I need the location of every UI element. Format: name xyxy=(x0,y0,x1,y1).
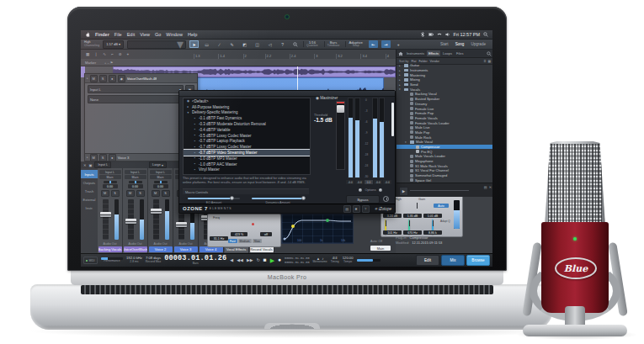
loop-icon[interactable]: ↻ xyxy=(257,258,260,262)
monitor-icon[interactable]: ◆ xyxy=(118,75,125,82)
auto-mode-label[interactable]: Auto: Off xyxy=(370,240,382,243)
menu-go[interactable]: Go xyxy=(155,32,161,37)
quantize-setting[interactable]: 1/16 Quantize xyxy=(303,41,321,48)
time-counter[interactable]: 00003.01.01.26 Bars xyxy=(164,255,226,267)
browse-view-button[interactable]: Browse xyxy=(466,255,490,266)
output-assign-chip[interactable]: Main xyxy=(370,246,391,251)
menu-finder[interactable]: Finder xyxy=(95,32,109,37)
channel-name-tag[interactable]: Vocal Effects xyxy=(225,246,248,252)
battery-icon[interactable] xyxy=(428,32,434,37)
options-row[interactable]: Options xyxy=(348,188,393,192)
bank-external[interactable]: External xyxy=(81,195,98,204)
browser-tab-instruments[interactable]: Instruments xyxy=(405,50,426,56)
volume-icon[interactable] xyxy=(445,32,450,37)
snap-setting[interactable]: Adaptive Snap xyxy=(345,41,365,48)
mute-button[interactable]: M xyxy=(152,190,160,197)
preset-row[interactable]: ▪-0.7 dBTP Laptop Playback xyxy=(184,139,310,145)
track-input-select[interactable]: Input L▾ xyxy=(88,85,184,93)
range-tool-icon[interactable]: ▭ xyxy=(202,40,211,48)
master-volume-slider[interactable] xyxy=(357,259,381,262)
curve-icon[interactable]: ⌐ xyxy=(111,52,114,56)
menu-edit[interactable]: Edit xyxy=(127,32,135,37)
channel-name-tag[interactable]: Record Vocals xyxy=(250,246,274,252)
preset-row[interactable]: ▪-1.0 dBTP MP3 Master xyxy=(184,156,310,161)
record-button[interactable]: ● xyxy=(278,257,281,263)
fast-forward-icon[interactable]: ▶▶ xyxy=(247,258,253,262)
console-input-chip[interactable]: Input L xyxy=(94,161,111,168)
pan-control[interactable] xyxy=(129,181,142,183)
sort-option-vendor[interactable]: Vendor xyxy=(430,60,439,63)
menu-help[interactable]: Help xyxy=(188,32,197,37)
autoscroll-right-icon[interactable]: ⇥ xyxy=(381,40,391,48)
solo-button[interactable]: S xyxy=(136,190,145,197)
close-icon[interactable]: ✕ xyxy=(489,185,492,189)
cursor-icon[interactable]: ❘ xyxy=(94,52,98,56)
mute-tool-icon[interactable]: ◫ xyxy=(253,40,262,48)
rewind-icon[interactable]: ◀ xyxy=(230,258,233,262)
zoom-tool-icon[interactable] xyxy=(290,40,300,48)
preset-row[interactable]: ▸All-Purpose Mastering xyxy=(184,104,310,110)
loop-icon[interactable]: ▤ xyxy=(484,185,487,189)
record-arm-icon[interactable]: ● xyxy=(109,75,116,82)
timeline-ruler[interactable]: 1.31.422.22.433.23.44 xyxy=(187,50,396,59)
preset-dropdown[interactable]: ▾ xyxy=(127,40,186,49)
preset-row[interactable]: ▪-0.4 dBTP Variable xyxy=(184,127,310,133)
tempo-readout[interactable]: 120.00 Tempo xyxy=(343,257,354,264)
metronome-control[interactable]: ▲♪ Metronome xyxy=(313,257,327,264)
mute-button[interactable]: M xyxy=(90,154,98,161)
bluetooth-icon[interactable] xyxy=(420,32,425,37)
browser-tab-loops[interactable]: Loops xyxy=(441,50,454,56)
grid-icon[interactable]: ▦ xyxy=(86,52,89,56)
channel-strip-voice-2[interactable]: Input LMain0.00MSAudio OutVoice 2 xyxy=(148,168,173,253)
preset-row[interactable]: ▪-0.7 dBTP Video Streaming Master xyxy=(184,150,310,156)
bank-trash[interactable]: Trash xyxy=(81,187,98,195)
adapt-q-label[interactable]: Adapt Q xyxy=(440,220,450,223)
channel-name-tag[interactable]: Voice 3 xyxy=(174,246,198,252)
preset-row[interactable]: ▾Delivery-Specific Mastering xyxy=(184,110,310,116)
sort-option-folder[interactable]: Folder xyxy=(418,60,427,63)
detach-icon[interactable]: ▣ xyxy=(89,163,93,167)
bank-outputs[interactable]: Outputs xyxy=(81,178,98,187)
mute-button[interactable]: M xyxy=(90,75,98,82)
expand-icon[interactable]: ▸ xyxy=(87,156,88,159)
solo-button[interactable]: S xyxy=(99,75,107,82)
channel-name-tag[interactable]: VoiceOverWash xyxy=(124,246,147,252)
power-icon[interactable] xyxy=(383,196,389,202)
bank-inputs[interactable]: Inputs xyxy=(81,170,98,178)
speed-medium[interactable]: Medium xyxy=(238,239,252,243)
apple-icon[interactable] xyxy=(85,32,90,37)
menu-view[interactable]: View xyxy=(140,32,150,37)
crosshair-icon[interactable]: + xyxy=(394,40,403,48)
edit-view-button[interactable]: Edit xyxy=(416,255,439,266)
add-track-icon[interactable]: + xyxy=(127,52,130,56)
ozone-titlebar[interactable] xyxy=(179,91,395,97)
threshold-slider[interactable] xyxy=(336,101,345,170)
bank-instr[interactable]: Instr. xyxy=(81,204,98,212)
channel-name-tag[interactable]: Voice 4 xyxy=(200,246,223,252)
autoscroll-left-icon[interactable]: ⇤ xyxy=(369,40,378,48)
preview-play-icon[interactable]: ▶ xyxy=(399,187,408,196)
option-knob-icon[interactable] xyxy=(359,188,362,192)
speed-fast[interactable]: Fast xyxy=(228,239,237,243)
help-icon[interactable]: ? xyxy=(278,40,287,48)
disable-icon[interactable]: ⊘ xyxy=(119,52,122,56)
option-knob-icon[interactable] xyxy=(379,188,382,192)
menu-file[interactable]: File xyxy=(114,32,122,37)
window-icon[interactable]: ▤ xyxy=(343,205,351,213)
listen-tool-icon[interactable]: ◁ xyxy=(265,40,274,48)
preset-row[interactable]: ▪Vinyl Master xyxy=(184,167,310,173)
auto-toggle[interactable]: Auto xyxy=(434,204,449,208)
channel-strip-voiceoverwash[interactable]: Input LMain0.00MSAudio OutVoiceOverWash xyxy=(123,168,148,253)
channel-name-tag[interactable]: Backing Vocals xyxy=(98,246,122,252)
track-name[interactable]: Voice 3 xyxy=(118,156,130,160)
settings-gear-icon[interactable]: ✱ xyxy=(353,205,360,213)
page-tab-start[interactable]: Start xyxy=(440,42,449,46)
solo-button[interactable]: S xyxy=(111,190,120,197)
expand-icon[interactable]: ▸ xyxy=(87,77,88,80)
play-button[interactable]: ▶ xyxy=(270,257,274,263)
track-name[interactable]: VoiceOverWash.48 xyxy=(127,77,157,81)
search-icon[interactable] xyxy=(487,51,492,56)
browser-tab-files[interactable]: Files xyxy=(455,50,465,56)
bypass-button[interactable]: Bypass xyxy=(346,195,380,204)
arrow-tool-icon[interactable]: ➤ xyxy=(189,40,199,48)
